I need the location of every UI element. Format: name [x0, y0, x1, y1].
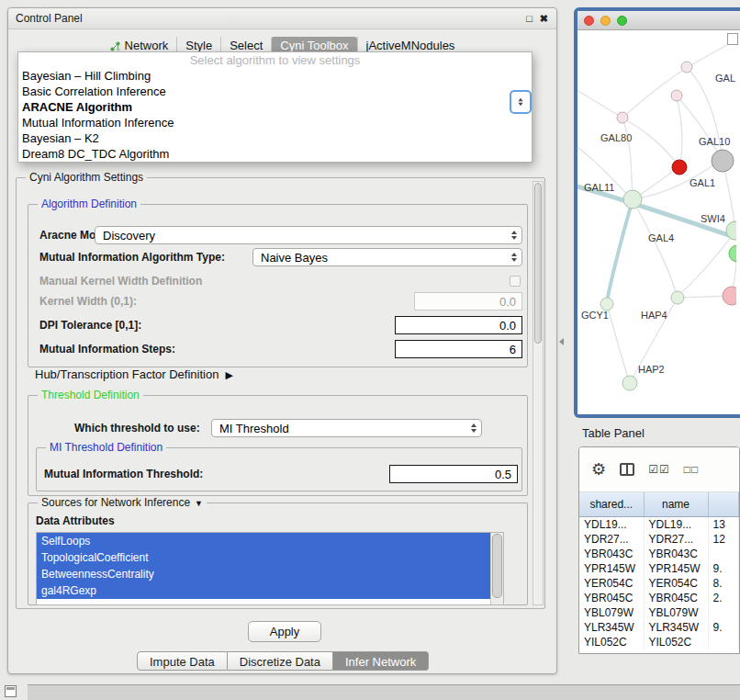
mi-threshold-label: Mutual Information Threshold:: [44, 465, 203, 483]
algorithm-option[interactable]: Bayesian – Hill Climbing: [18, 68, 532, 84]
mi-algorithm-type-label: Mutual Information Algorithm Type:: [39, 248, 225, 266]
table-cell: YLR345W: [579, 620, 644, 635]
network-edge[interactable]: [677, 96, 682, 167]
table-cell: YER054C: [644, 576, 708, 591]
attribute-item[interactable]: BetweennessCentrality: [37, 566, 491, 582]
mi-threshold-definition-group: MI Threshold Definition Mutual Informati…: [36, 447, 522, 491]
close-window-icon[interactable]: [584, 16, 594, 26]
table-cell: YBL079W: [579, 605, 644, 620]
manual-kernel-width-checkbox[interactable]: [510, 276, 521, 287]
network-canvas[interactable]: GAL80GALGAL10GAL11GAL1SWI4GAL4GCY1HAP4HA…: [577, 30, 740, 414]
settings-scrollbar[interactable]: [533, 181, 544, 605]
hub-transcription-factor-section[interactable]: Hub/Transcription Factor Definition: [35, 367, 233, 381]
bottom-tab-impute-data[interactable]: Impute Data: [137, 651, 228, 671]
table-row[interactable]: YDL19...YDL19...13: [579, 517, 739, 533]
network-node[interactable]: [729, 245, 736, 262]
algorithm-option[interactable]: ARACNE Algorithm: [18, 99, 532, 115]
sources-group-title[interactable]: Sources for Network Inference: [38, 496, 207, 509]
table-row[interactable]: YDR27...YDR27...12: [579, 532, 739, 547]
attributes-scrollbar-thumb[interactable]: [492, 534, 502, 598]
data-attributes-list[interactable]: SelfLoopsTopologicalCoefficientBetweenne…: [36, 532, 504, 605]
attribute-item[interactable]: TopologicalCoefficient: [37, 549, 491, 566]
float-window-icon[interactable]: [526, 11, 533, 26]
apply-button[interactable]: Apply: [248, 621, 321, 642]
mi-steps-label: Mutual Information Steps:: [39, 340, 175, 358]
table-row[interactable]: YBL079WYBL079W: [579, 605, 739, 620]
attribute-item[interactable]: SelfLoops: [37, 533, 491, 549]
table-row[interactable]: YBR045CYBR045C2.: [579, 591, 739, 605]
table-cell: 8.: [708, 576, 739, 591]
column-header[interactable]: shared...: [579, 492, 644, 517]
splitter-collapse-icon[interactable]: [559, 338, 564, 345]
network-node[interactable]: [681, 62, 692, 73]
gear-icon[interactable]: [591, 461, 606, 478]
mi-steps-value: 6: [510, 343, 516, 356]
threshold-definition-title: Threshold Definition: [38, 389, 143, 401]
panel-icon[interactable]: [5, 685, 17, 697]
mi-algorithm-type-select[interactable]: Naive Bayes: [252, 248, 522, 266]
column-header[interactable]: name: [644, 492, 708, 517]
updown-arrows-icon: [518, 98, 522, 107]
bottom-tab-discretize-data[interactable]: Discretize Data: [228, 651, 333, 671]
table-row[interactable]: YIL052CYIL052C: [579, 635, 739, 649]
zoom-window-icon[interactable]: [617, 16, 627, 26]
network-node[interactable]: [617, 112, 628, 123]
network-node[interactable]: [671, 291, 684, 304]
algorithm-option[interactable]: Mutual Information Inference: [18, 115, 532, 130]
network-node[interactable]: [712, 150, 734, 172]
network-node-label: GAL11: [584, 182, 614, 193]
table-cell: 2.: [708, 591, 739, 605]
network-node[interactable]: [672, 160, 687, 175]
dpi-tolerance-field[interactable]: 0.0: [395, 316, 522, 334]
network-edge[interactable]: [607, 199, 633, 302]
minimize-window-icon[interactable]: [600, 16, 611, 26]
network-edge[interactable]: [677, 96, 722, 159]
table-panel-window: shared...name YDL19...YDL19...13YDR27...…: [578, 446, 740, 654]
network-edge[interactable]: [607, 304, 629, 381]
columns-icon[interactable]: [620, 463, 634, 476]
attributes-scrollbar[interactable]: [490, 533, 503, 604]
column-header[interactable]: [708, 492, 739, 517]
table-header-row: shared...name: [579, 492, 739, 517]
algorithm-option[interactable]: Dream8 DC_TDC Algorithm: [18, 146, 532, 162]
network-node[interactable]: [600, 298, 613, 310]
network-edge[interactable]: [577, 87, 620, 116]
network-edge[interactable]: [680, 232, 734, 294]
table-row[interactable]: YPR145WYPR145W9.: [579, 561, 739, 576]
mi-threshold-definition-title-text: MI Threshold Definition: [50, 441, 163, 454]
control-panel-window: Control Panel NetworkStyleSelectCyni Too…: [7, 7, 557, 674]
algorithm-dropdown-list: Bayesian – Hill ClimbingBasic Correlatio…: [18, 68, 532, 162]
close-panel-icon[interactable]: [540, 11, 548, 26]
network-node[interactable]: [622, 376, 637, 390]
network-node[interactable]: [723, 287, 736, 305]
canvas-corner-box[interactable]: [727, 33, 738, 45]
network-edge[interactable]: [622, 119, 633, 198]
settings-scrollbar-thumb[interactable]: [534, 183, 542, 344]
deselect-all-icon[interactable]: [684, 463, 700, 476]
network-node-label: HAP4: [641, 310, 667, 321]
which-threshold-select[interactable]: MI Threshold: [211, 419, 482, 437]
table-cell: YDR27...: [644, 532, 708, 547]
table-row[interactable]: YER054CYER054C8.: [579, 576, 739, 591]
network-edge[interactable]: [577, 185, 736, 240]
network-edge[interactable]: [688, 41, 734, 67]
table-cell: YBR043C: [644, 547, 708, 561]
algorithm-option[interactable]: Bayesian – K2: [18, 130, 532, 146]
network-node[interactable]: [671, 90, 682, 101]
algorithm-definition-title-text: Algorithm Definition: [41, 198, 137, 210]
kernel-width-value: 0.0: [499, 295, 516, 309]
mi-threshold-field[interactable]: 0.5: [389, 465, 518, 483]
table-cell: 12: [708, 532, 739, 547]
table-row[interactable]: YLR345WYLR345W9.: [579, 620, 739, 635]
algorithm-option[interactable]: Basic Correlation Inference: [18, 84, 532, 99]
mi-steps-field[interactable]: 6: [395, 340, 522, 358]
aracne-mode-select[interactable]: Discovery: [95, 226, 522, 244]
bottom-tab-infer-network[interactable]: Infer Network: [333, 651, 429, 671]
which-threshold-label: Which threshold to use:: [74, 419, 200, 437]
table-row[interactable]: YBR043CYBR043C: [579, 547, 739, 561]
select-all-icon[interactable]: [648, 463, 670, 476]
attribute-item[interactable]: gal4RGexp: [37, 582, 491, 599]
kernel-width-field[interactable]: 0.0: [414, 292, 522, 310]
network-node[interactable]: [623, 190, 642, 209]
algorithm-select-fragment[interactable]: [510, 90, 532, 114]
